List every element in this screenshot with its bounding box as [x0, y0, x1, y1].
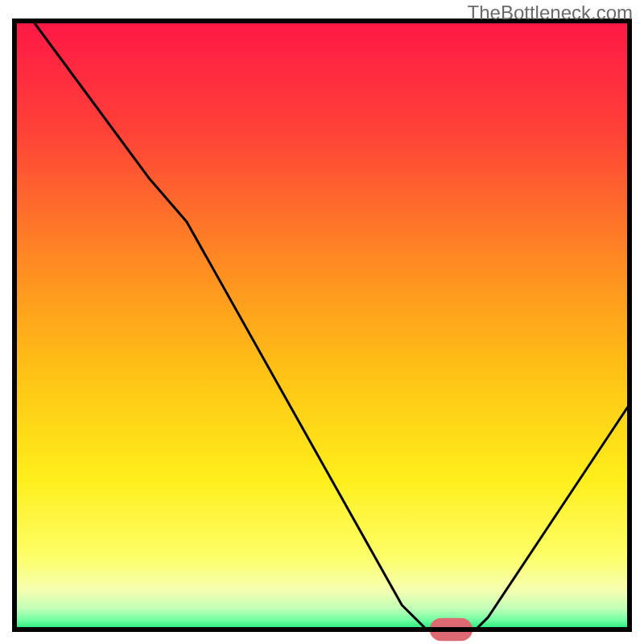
- chart-container: TheBottleneck.com: [0, 0, 644, 644]
- watermark-text: TheBottleneck.com: [468, 2, 633, 24]
- bottleneck-chart: [0, 0, 644, 644]
- svg-rect-0: [14, 21, 630, 630]
